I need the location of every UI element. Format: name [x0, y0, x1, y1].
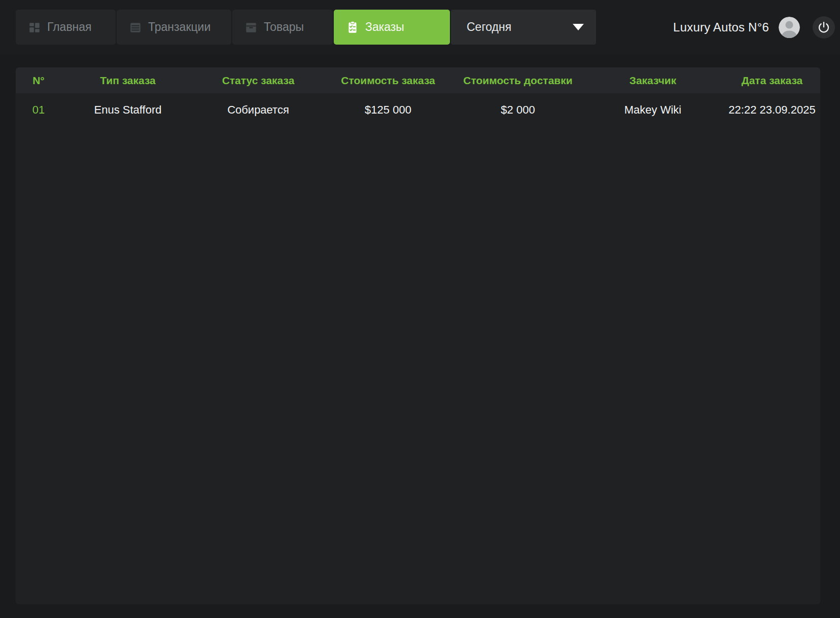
user-avatar[interactable] — [779, 17, 800, 38]
business-name: Luxury Autos N°6 — [673, 20, 769, 34]
row-customer: Makey Wiki — [582, 103, 724, 117]
tab-goods-label: Товары — [264, 20, 304, 34]
power-icon — [817, 21, 830, 34]
row-delivery-cost: $2 000 — [454, 103, 582, 117]
col-header-order-cost: Стоимость заказа — [322, 75, 454, 87]
tab-home[interactable]: Главная — [16, 10, 116, 45]
tab-orders[interactable]: Заказы — [334, 10, 450, 45]
col-header-delivery-cost: Стоимость доставки — [454, 75, 582, 87]
avatar-person-icon — [779, 17, 800, 38]
col-header-customer: Заказчик — [582, 75, 724, 87]
tab-transactions[interactable]: Транзакции — [117, 10, 231, 45]
dashboard-icon — [28, 21, 41, 34]
logout-power-button[interactable] — [813, 16, 835, 39]
col-header-date: Дата заказа — [724, 75, 820, 87]
period-dropdown-value: Сегодня — [467, 20, 511, 34]
col-header-number: N° — [16, 75, 61, 87]
tab-goods[interactable]: Товары — [232, 10, 333, 45]
orders-clipboard-icon — [346, 21, 359, 34]
row-order-cost: $125 000 — [322, 103, 454, 117]
navbar-right-cluster: Luxury Autos N°6 — [673, 16, 835, 39]
transactions-icon — [129, 21, 142, 34]
table-header-row: N° Тип заказа Статус заказа Стоимость за… — [16, 67, 820, 93]
row-status: Собирается — [194, 103, 322, 117]
col-header-order-type: Тип заказа — [61, 75, 194, 87]
col-header-status: Статус заказа — [194, 75, 322, 87]
tab-home-label: Главная — [47, 20, 92, 34]
nav-tabs: Главная Транзакции Товары — [16, 10, 450, 45]
goods-box-icon — [244, 21, 258, 34]
table-row[interactable]: 01 Enus Stafford Собирается $125 000 $2 … — [16, 93, 820, 127]
row-date: 22:22 23.09.2025 — [724, 103, 820, 117]
tab-orders-label: Заказы — [365, 20, 404, 34]
row-order-type: Enus Stafford — [61, 103, 194, 117]
row-number: 01 — [16, 103, 61, 117]
orders-table-panel: N° Тип заказа Статус заказа Стоимость за… — [16, 67, 820, 604]
chevron-down-icon — [573, 24, 584, 30]
tab-transactions-label: Транзакции — [148, 20, 211, 34]
top-navbar: Главная Транзакции Товары — [0, 0, 840, 54]
period-dropdown[interactable]: Сегодня — [451, 10, 596, 45]
